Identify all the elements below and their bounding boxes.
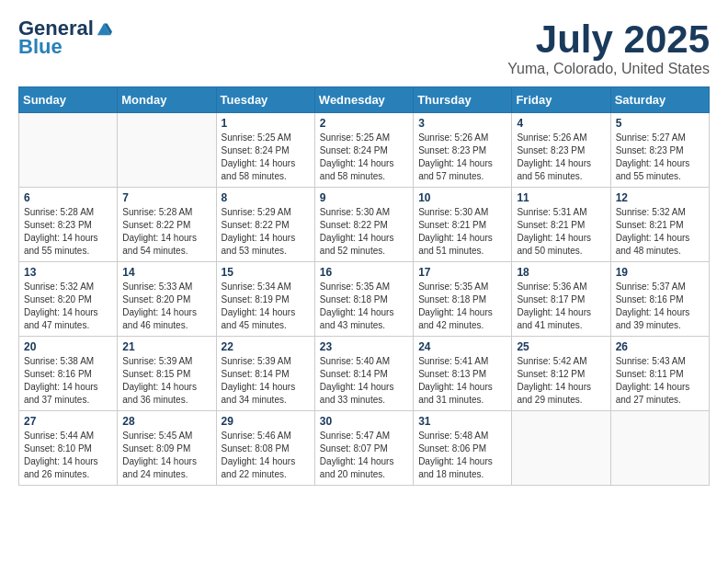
cell-content: Sunrise: 5:30 AMSunset: 8:22 PMDaylight:… [320, 206, 408, 258]
sunset-text: Sunset: 8:23 PM [418, 144, 506, 157]
day-number: 10 [418, 191, 506, 204]
daylight-text: Daylight: 14 hours and 50 minutes. [517, 232, 605, 258]
weekday-header-friday: Friday [512, 87, 610, 113]
weekday-header-monday: Monday [118, 87, 216, 113]
calendar-cell: 27Sunrise: 5:44 AMSunset: 8:10 PMDayligh… [19, 411, 118, 486]
calendar-cell: 8Sunrise: 5:29 AMSunset: 8:22 PMDaylight… [216, 188, 314, 262]
calendar-cell: 16Sunrise: 5:35 AMSunset: 8:18 PMDayligh… [314, 262, 413, 337]
day-number: 19 [616, 266, 704, 279]
cell-content: Sunrise: 5:47 AMSunset: 8:07 PMDaylight:… [320, 430, 408, 481]
sunset-text: Sunset: 8:22 PM [320, 219, 408, 232]
location-text: Yuma, Colorado, United States [507, 61, 710, 77]
calendar-cell: 17Sunrise: 5:35 AMSunset: 8:18 PMDayligh… [414, 262, 512, 337]
weekday-header-thursday: Thursday [414, 87, 512, 113]
sunset-text: Sunset: 8:17 PM [517, 293, 605, 306]
calendar-cell: 2Sunrise: 5:25 AMSunset: 8:24 PMDaylight… [314, 113, 413, 188]
calendar-week-row: 6Sunrise: 5:28 AMSunset: 8:23 PMDaylight… [19, 188, 710, 262]
calendar-cell: 25Sunrise: 5:42 AMSunset: 8:12 PMDayligh… [512, 337, 610, 411]
sunset-text: Sunset: 8:23 PM [24, 219, 112, 232]
cell-content: Sunrise: 5:48 AMSunset: 8:06 PMDaylight:… [418, 430, 506, 481]
daylight-text: Daylight: 14 hours and 46 minutes. [122, 306, 210, 332]
daylight-text: Daylight: 14 hours and 51 minutes. [418, 232, 506, 258]
calendar-cell: 7Sunrise: 5:28 AMSunset: 8:22 PMDaylight… [118, 188, 216, 262]
daylight-text: Daylight: 14 hours and 36 minutes. [122, 381, 210, 407]
daylight-text: Daylight: 14 hours and 29 minutes. [517, 381, 605, 407]
cell-content: Sunrise: 5:29 AMSunset: 8:22 PMDaylight:… [222, 206, 310, 258]
calendar-cell: 21Sunrise: 5:39 AMSunset: 8:15 PMDayligh… [118, 337, 216, 411]
calendar-week-row: 20Sunrise: 5:38 AMSunset: 8:16 PMDayligh… [19, 337, 710, 411]
cell-content: Sunrise: 5:39 AMSunset: 8:15 PMDaylight:… [122, 355, 210, 407]
day-number: 13 [24, 266, 112, 279]
sunset-text: Sunset: 8:16 PM [616, 293, 704, 306]
sunrise-text: Sunrise: 5:43 AM [616, 355, 704, 368]
sunrise-text: Sunrise: 5:44 AM [24, 430, 112, 442]
daylight-text: Daylight: 14 hours and 53 minutes. [222, 232, 310, 258]
sunset-text: Sunset: 8:19 PM [222, 293, 310, 306]
daylight-text: Daylight: 14 hours and 45 minutes. [222, 306, 310, 332]
cell-content: Sunrise: 5:46 AMSunset: 8:08 PMDaylight:… [222, 430, 310, 481]
sunset-text: Sunset: 8:24 PM [222, 144, 310, 157]
calendar-cell: 20Sunrise: 5:38 AMSunset: 8:16 PMDayligh… [19, 337, 118, 411]
sunrise-text: Sunrise: 5:28 AM [24, 206, 112, 219]
daylight-text: Daylight: 14 hours and 42 minutes. [418, 306, 506, 332]
sunrise-text: Sunrise: 5:38 AM [24, 355, 112, 368]
daylight-text: Daylight: 14 hours and 57 minutes. [418, 157, 506, 183]
sunset-text: Sunset: 8:23 PM [616, 144, 704, 157]
cell-content: Sunrise: 5:27 AMSunset: 8:23 PMDaylight:… [616, 132, 704, 183]
calendar-week-row: 1Sunrise: 5:25 AMSunset: 8:24 PMDaylight… [19, 113, 710, 188]
calendar-cell: 10Sunrise: 5:30 AMSunset: 8:21 PMDayligh… [414, 188, 512, 262]
sunrise-text: Sunrise: 5:42 AM [517, 355, 605, 368]
day-number: 17 [418, 266, 506, 279]
daylight-text: Daylight: 14 hours and 24 minutes. [122, 455, 210, 481]
sunset-text: Sunset: 8:22 PM [222, 219, 310, 232]
calendar-cell [118, 113, 216, 188]
weekday-header-sunday: Sunday [19, 87, 118, 113]
sunset-text: Sunset: 8:06 PM [418, 442, 506, 455]
cell-content: Sunrise: 5:31 AMSunset: 8:21 PMDaylight:… [517, 206, 605, 258]
sunset-text: Sunset: 8:21 PM [616, 219, 704, 232]
calendar-cell: 19Sunrise: 5:37 AMSunset: 8:16 PMDayligh… [610, 262, 709, 337]
calendar-cell: 4Sunrise: 5:26 AMSunset: 8:23 PMDaylight… [512, 113, 610, 188]
cell-content: Sunrise: 5:32 AMSunset: 8:20 PMDaylight:… [24, 281, 112, 332]
logo: General Blue [18, 18, 112, 59]
day-number: 31 [418, 415, 506, 428]
cell-content: Sunrise: 5:37 AMSunset: 8:16 PMDaylight:… [616, 281, 704, 332]
day-number: 21 [122, 340, 210, 353]
cell-content: Sunrise: 5:44 AMSunset: 8:10 PMDaylight:… [24, 430, 112, 481]
day-number: 12 [616, 191, 704, 204]
day-number: 26 [616, 340, 704, 353]
calendar-week-row: 13Sunrise: 5:32 AMSunset: 8:20 PMDayligh… [19, 262, 710, 337]
calendar-cell: 1Sunrise: 5:25 AMSunset: 8:24 PMDaylight… [216, 113, 314, 188]
calendar-cell: 24Sunrise: 5:41 AMSunset: 8:13 PMDayligh… [414, 337, 512, 411]
sunrise-text: Sunrise: 5:35 AM [418, 281, 506, 293]
day-number: 9 [320, 191, 408, 204]
cell-content: Sunrise: 5:30 AMSunset: 8:21 PMDaylight:… [418, 206, 506, 258]
sunset-text: Sunset: 8:18 PM [320, 293, 408, 306]
calendar-cell: 12Sunrise: 5:32 AMSunset: 8:21 PMDayligh… [610, 188, 709, 262]
daylight-text: Daylight: 14 hours and 20 minutes. [320, 455, 408, 481]
logo-blue-text: Blue [18, 35, 63, 58]
sunset-text: Sunset: 8:21 PM [517, 219, 605, 232]
calendar-cell: 14Sunrise: 5:33 AMSunset: 8:20 PMDayligh… [118, 262, 216, 337]
day-number: 2 [320, 117, 408, 130]
sunset-text: Sunset: 8:11 PM [616, 368, 704, 381]
day-number: 30 [320, 415, 408, 428]
calendar-cell: 22Sunrise: 5:39 AMSunset: 8:14 PMDayligh… [216, 337, 314, 411]
cell-content: Sunrise: 5:36 AMSunset: 8:17 PMDaylight:… [517, 281, 605, 332]
daylight-text: Daylight: 14 hours and 47 minutes. [24, 306, 112, 332]
sunrise-text: Sunrise: 5:46 AM [222, 430, 310, 442]
cell-content: Sunrise: 5:45 AMSunset: 8:09 PMDaylight:… [122, 430, 210, 481]
daylight-text: Daylight: 14 hours and 37 minutes. [24, 381, 112, 407]
daylight-text: Daylight: 14 hours and 34 minutes. [222, 381, 310, 407]
sunrise-text: Sunrise: 5:39 AM [122, 355, 210, 368]
sunset-text: Sunset: 8:16 PM [24, 368, 112, 381]
daylight-text: Daylight: 14 hours and 43 minutes. [320, 306, 408, 332]
day-number: 27 [24, 415, 112, 428]
sunset-text: Sunset: 8:24 PM [320, 144, 408, 157]
cell-content: Sunrise: 5:39 AMSunset: 8:14 PMDaylight:… [222, 355, 310, 407]
day-number: 24 [418, 340, 506, 353]
daylight-text: Daylight: 14 hours and 27 minutes. [616, 381, 704, 407]
day-number: 14 [122, 266, 210, 279]
sunrise-text: Sunrise: 5:41 AM [418, 355, 506, 368]
sunset-text: Sunset: 8:21 PM [418, 219, 506, 232]
